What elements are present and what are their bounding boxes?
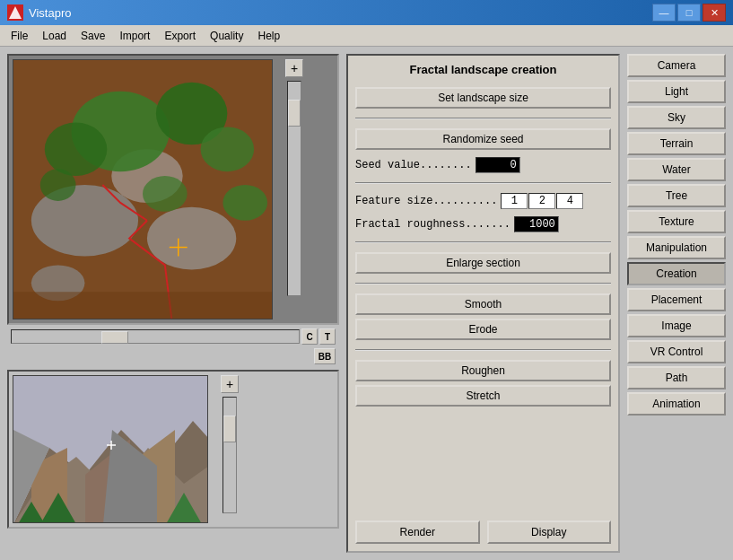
svg-point-10 [45, 123, 108, 177]
preview-container: + [7, 370, 339, 529]
v-scroll-thumb[interactable] [288, 100, 301, 127]
svg-point-11 [143, 176, 188, 212]
menu-load[interactable]: Load [35, 28, 74, 44]
right-panel: Camera Light Sky Terrain Water Tree Text… [627, 54, 726, 553]
close-button[interactable]: ✕ [702, 4, 726, 22]
svg-point-4 [147, 207, 236, 270]
menu-help[interactable]: Help [250, 28, 287, 44]
water-button[interactable]: Water [627, 158, 726, 181]
horizontal-scrollbar[interactable] [11, 329, 300, 344]
menu-quality[interactable]: Quality [203, 28, 250, 44]
center-panel: Fractal landscape creation Set landscape… [346, 54, 620, 553]
svg-rect-16 [13, 292, 272, 319]
separator-1 [355, 118, 611, 119]
separator-3 [355, 241, 611, 243]
smooth-button[interactable]: Smooth [355, 293, 611, 315]
randomize-seed-button[interactable]: Randomize seed [355, 128, 611, 150]
maximize-button[interactable]: □ [677, 4, 701, 22]
render-button[interactable]: Render [355, 521, 480, 544]
menu-file[interactable]: File [4, 28, 35, 44]
preview-v-scrollbar[interactable] [223, 397, 237, 513]
roughen-button[interactable]: Roughen [355, 360, 611, 381]
texture-button[interactable]: Texture [627, 210, 726, 233]
vr-control-button[interactable]: VR Control [627, 340, 726, 363]
bottom-buttons: Render Display [355, 521, 611, 544]
placement-button[interactable]: Placement [627, 288, 726, 311]
feature-input-1[interactable] [501, 193, 528, 209]
title-bar[interactable]: Vistapro — □ ✕ [0, 0, 733, 25]
feature-row: Feature size.......... [355, 193, 611, 209]
camera-button[interactable]: Camera [627, 54, 726, 77]
svg-point-9 [201, 127, 255, 171]
feature-inputs [501, 193, 583, 209]
menu-export[interactable]: Export [157, 28, 203, 44]
map-container: + [7, 54, 339, 325]
app-icon [7, 4, 23, 21]
enlarge-section-button[interactable]: Enlarge section [355, 252, 611, 274]
preview-v-thumb[interactable] [223, 416, 236, 442]
seed-label: Seed value........ [355, 159, 472, 171]
path-button[interactable]: Path [627, 366, 726, 389]
feature-input-2[interactable] [528, 193, 555, 209]
panel-title: Fractal landscape creation [355, 63, 611, 76]
minimize-button[interactable]: — [652, 4, 676, 22]
bb-button[interactable]: BB [314, 348, 336, 364]
set-landscape-button[interactable]: Set landscape size [355, 87, 611, 109]
svg-point-13 [223, 185, 267, 221]
separator-5 [355, 349, 611, 351]
menu-bar: File Load Save Import Export Quality Hel… [0, 25, 733, 47]
t-button[interactable]: T [319, 328, 336, 345]
terrain-ops-group2: Roughen Stretch [355, 360, 611, 407]
svg-point-12 [40, 169, 76, 201]
map-view [13, 59, 273, 319]
terrain-ops-group: Smooth Erode [355, 293, 611, 340]
terrain-button[interactable]: Terrain [627, 132, 726, 155]
animation-button[interactable]: Animation [627, 392, 726, 416]
c-button[interactable]: C [301, 328, 318, 345]
stretch-button[interactable]: Stretch [355, 385, 611, 407]
left-panel: + C T BB [7, 54, 339, 553]
erode-button[interactable]: Erode [355, 319, 611, 340]
sky-button[interactable]: Sky [627, 106, 726, 129]
menu-save[interactable]: Save [74, 28, 112, 44]
separator-2 [355, 182, 611, 184]
preview-view [13, 375, 208, 523]
creation-button[interactable]: Creation [627, 262, 726, 285]
menu-import[interactable]: Import [112, 28, 157, 44]
manipulation-button[interactable]: Manipulation [627, 236, 726, 259]
feature-label: Feature size.......... [355, 195, 497, 207]
seed-input[interactable] [476, 157, 520, 173]
roughness-row: Fractal roughness....... [355, 216, 611, 232]
tree-button[interactable]: Tree [627, 184, 726, 207]
separator-4 [355, 283, 611, 284]
h-scroll-thumb[interactable] [101, 331, 128, 344]
image-button[interactable]: Image [627, 314, 726, 337]
zoom-plus-top[interactable]: + [285, 59, 303, 77]
preview-controls-right: + [212, 375, 248, 523]
seed-row: Seed value........ [355, 157, 611, 173]
roughness-input[interactable] [514, 216, 559, 232]
roughness-label: Fractal roughness....... [355, 218, 510, 231]
light-button[interactable]: Light [627, 80, 726, 103]
preview-zoom-plus[interactable]: + [221, 375, 239, 393]
display-button[interactable]: Display [487, 521, 612, 544]
window-title: Vistapro [29, 6, 71, 20]
vertical-scrollbar[interactable] [287, 81, 301, 296]
feature-input-3[interactable] [556, 193, 583, 209]
map-controls-right: + [276, 59, 312, 319]
